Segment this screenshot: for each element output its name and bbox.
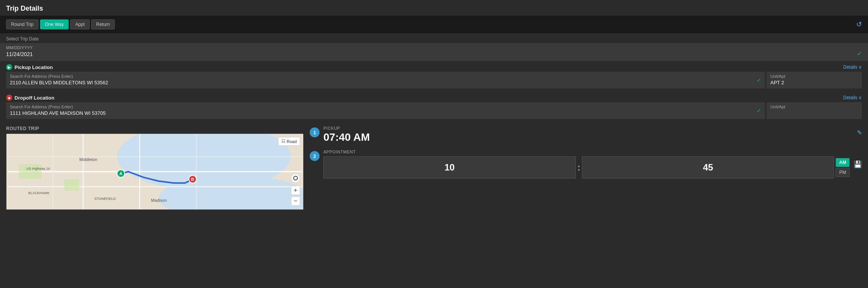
dropoff-location-label: ■ Dropoff Location [6,95,55,101]
pickup-dot-icon: ▶ [6,64,12,70]
pickup-location-label: ▶ Pickup Location [6,64,53,70]
page-title: Trip Details [0,0,868,16]
return-button[interactable]: Return [91,19,115,29]
pickup-time-content: PICKUP 07:40 AM [323,126,853,143]
svg-text:BLACKHAWK: BLACKHAWK [28,191,50,195]
top-bar: Round Trip One Way Appt Return ↺ [0,16,868,33]
pickup-header-text: Pickup Location [14,64,53,70]
pickup-address-row: Search For Address (Press Enter) 2110 AL… [0,72,868,92]
pickup-time-section: 1 PICKUP 07:40 AM ✎ [310,126,862,143]
appointment-minutes-field[interactable]: 45 [582,156,834,179]
dropoff-unit-label: Unit/Apt [770,105,858,109]
zoom-in-button[interactable]: + [291,186,300,195]
step2-circle: 2 [310,151,320,161]
pickup-check-icon: ✓ [757,77,761,83]
appointment-time-fields: 10 : 45 AM PM [323,156,850,179]
refresh-button[interactable]: ↺ [856,20,862,29]
date-row: MM/DD/YYYY 11/24/2021 ✓ [0,43,868,61]
appointment-content: APPOINTMENT 10 : 45 AM PM [323,150,850,179]
map-container[interactable]: A B Middleton Madison US Highway 14 STON… [6,134,304,210]
pickup-address-value: 2110 ALLEN BLVD MIDDLETONS WI 53562 [10,80,751,85]
appointment-hour-field[interactable]: 10 [323,156,576,179]
round-trip-button[interactable]: Round Trip [6,19,39,29]
locator-icon [293,176,298,180]
edit-pickup-time-button[interactable]: ✎ [857,129,862,136]
pickup-unit-value: APT 2 [770,80,858,85]
pickup-unit-label: Unit/Apt [770,74,858,79]
date-field-value[interactable]: 11/24/2021 [6,51,862,57]
dropoff-location-header: ■ Dropoff Location Details ∨ [0,92,868,102]
road-button[interactable]: ☷ Road [278,137,300,146]
dropoff-header-text: Dropoff Location [14,95,55,101]
pickup-address-label: Search For Address (Press Enter) [10,74,751,79]
svg-text:Madison: Madison [151,198,167,203]
pickup-unit-field[interactable]: Unit/Apt APT 2 [767,72,862,88]
step1-circle: 1 [310,127,320,137]
appt-button[interactable]: Appt [70,19,90,29]
dropoff-address-row: Search For Address (Press Enter) 1111 HI… [0,102,868,122]
dropoff-details-button[interactable]: Details ∨ [843,95,862,100]
pickup-time-value: 07:40 AM [323,131,853,143]
right-panel: 1 PICKUP 07:40 AM ✎ 2 APPOINTMENT 10 : 4… [310,126,862,210]
locator-button[interactable] [291,174,300,183]
svg-text:Middleton: Middleton [79,157,97,162]
one-way-button[interactable]: One Way [40,19,69,29]
dropoff-address-value: 1111 HIGHLAND AVE MADISON WI 53705 [10,110,751,116]
svg-text:US Highway 14: US Highway 14 [26,167,50,171]
appointment-section: 2 APPOINTMENT 10 : 45 AM PM 💾 [310,150,862,179]
pickup-address-field[interactable]: Search For Address (Press Enter) 2110 AL… [6,72,765,88]
zoom-out-button[interactable]: − [291,196,300,206]
save-icon: 💾 [854,161,862,168]
zoom-in-icon: + [294,187,297,194]
main-content: ROUTED TRIP [0,122,868,214]
refresh-icon: ↺ [856,21,862,28]
svg-text:B: B [191,177,194,182]
dropoff-check-icon: ✓ [757,108,761,114]
date-field-label: MM/DD/YYYY [6,45,862,50]
pickup-sublabel: PICKUP [323,126,853,130]
svg-text:STONEFIELD: STONEFIELD [95,197,116,201]
svg-rect-15 [64,179,79,191]
save-appointment-button[interactable]: 💾 [854,160,862,169]
am-button[interactable]: AM [836,158,850,167]
routed-trip-label: ROUTED TRIP [6,126,304,131]
colon-separator: : [576,162,582,173]
pickup-location-header: ▶ Pickup Location Details ∨ [0,61,868,72]
pm-button[interactable]: PM [836,168,850,177]
dropoff-address-field[interactable]: Search For Address (Press Enter) 1111 HI… [6,102,765,119]
ampm-group: AM PM [836,158,850,177]
dropoff-dot-icon: ■ [6,95,12,101]
zoom-out-icon: − [294,198,297,204]
dropoff-unit-field[interactable]: Unit/Apt [767,102,862,119]
appointment-sublabel: APPOINTMENT [323,150,850,154]
dropoff-address-label: Search For Address (Press Enter) [10,105,751,109]
trip-type-buttons: Round Trip One Way Appt Return [6,19,115,29]
map-svg: A B Middleton Madison US Highway 14 STON… [6,134,303,209]
svg-text:A: A [119,171,122,176]
road-icon: ☷ [281,139,285,144]
select-trip-date-label: Select Trip Date [0,33,868,43]
pickup-details-button[interactable]: Details ∨ [843,64,862,70]
map-section: ROUTED TRIP [6,126,304,210]
date-check-icon: ✓ [857,50,862,57]
